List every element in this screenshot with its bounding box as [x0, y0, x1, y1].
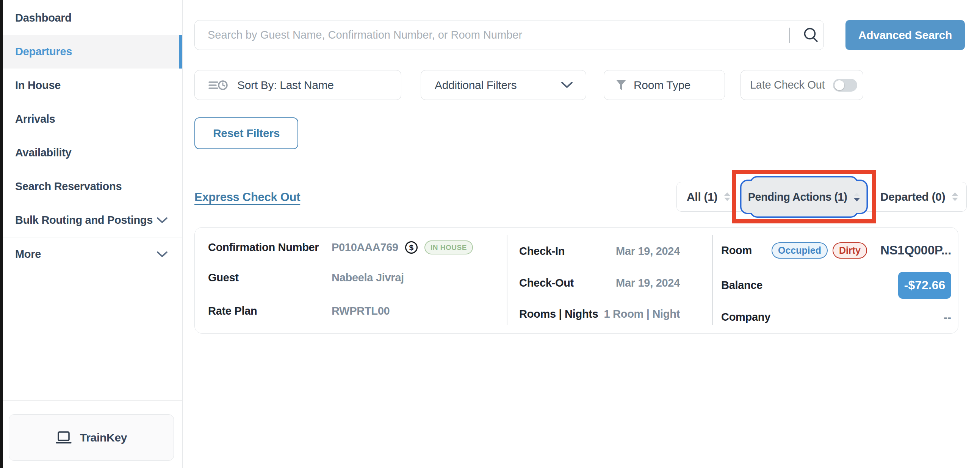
- dropdown-caret-icon: [854, 193, 860, 201]
- guest-name: Nabeela Jivraj: [332, 271, 404, 284]
- sidebar-item-departures[interactable]: Departures: [3, 35, 182, 68]
- guest-label: Guest: [208, 271, 332, 284]
- laptop-icon: [56, 431, 72, 444]
- tab-all-label: All (1): [687, 190, 718, 203]
- app-window: Dashboard Departures In House Arrivals A…: [3, 0, 980, 468]
- room-label: Room: [721, 244, 772, 257]
- sidebar-item-search-reservations[interactable]: Search Reservations: [3, 170, 182, 203]
- sidebar: Dashboard Departures In House Arrivals A…: [3, 0, 183, 468]
- dirty-badge: Dirty: [833, 242, 867, 259]
- trainkey-label: TrainKey: [80, 431, 127, 444]
- search-icon: [802, 27, 820, 44]
- room-number: NS1Q000P...: [880, 243, 951, 257]
- sidebar-item-label: Search Reservations: [15, 180, 122, 193]
- advanced-search-button[interactable]: Advanced Search: [845, 20, 965, 50]
- confirmation-number-value: P010AAA769: [332, 241, 398, 254]
- search-input[interactable]: [195, 29, 789, 41]
- sort-by-time-icon: [208, 79, 228, 91]
- sidebar-item-in-house[interactable]: In House: [3, 68, 182, 102]
- sort-arrows-icon: [952, 192, 958, 201]
- check-out-label: Check-Out: [519, 277, 574, 289]
- tab-departed-label: Departed (0): [880, 190, 945, 203]
- card-column-divider: [712, 235, 713, 325]
- sidebar-item-label: Availability: [15, 146, 71, 159]
- check-in-date: Mar 19, 2024: [616, 245, 680, 257]
- rate-plan-label: Rate Plan: [208, 305, 332, 317]
- tab-all[interactable]: All (1): [687, 182, 730, 211]
- sidebar-item-label: In House: [15, 79, 60, 92]
- additional-filters-label: Additional Filters: [435, 79, 517, 92]
- reservation-card[interactable]: Confirmation Number P010AAA769 $ IN HOUS…: [194, 227, 958, 333]
- room-type-button[interactable]: Room Type: [604, 70, 725, 100]
- express-check-out-link[interactable]: Express Check Out: [194, 190, 300, 204]
- sidebar-item-arrivals[interactable]: Arrivals: [3, 102, 182, 136]
- filter-funnel-icon: [616, 79, 627, 91]
- late-check-out-filter: Late Check Out: [740, 70, 863, 100]
- tab-pending-label: Pending Actions (1): [748, 191, 847, 203]
- company-label: Company: [721, 311, 770, 324]
- search-divider: [789, 28, 790, 43]
- chevron-down-icon: [156, 251, 168, 258]
- sort-by-label: Sort By: Last Name: [237, 79, 334, 92]
- rooms-nights-value: 1 Room | Night: [604, 308, 680, 320]
- in-house-status-badge: IN HOUSE: [425, 240, 473, 254]
- late-check-out-label: Late Check Out: [750, 79, 825, 91]
- sidebar-nav: Dashboard Departures In House Arrivals A…: [3, 0, 182, 271]
- toggle-knob: [834, 80, 844, 90]
- check-out-date: Mar 19, 2024: [616, 277, 680, 289]
- company-value: --: [943, 311, 951, 324]
- chevron-down-icon: [156, 217, 168, 224]
- sidebar-item-label: Departures: [15, 46, 72, 58]
- sidebar-item-more[interactable]: More: [3, 237, 182, 271]
- balance-label: Balance: [721, 279, 762, 292]
- late-check-out-toggle[interactable]: [833, 79, 857, 92]
- rooms-nights-label: Rooms | Nights: [519, 308, 598, 320]
- trainkey-button[interactable]: TrainKey: [9, 414, 174, 461]
- check-in-label: Check-In: [519, 245, 565, 257]
- sort-arrows-icon: [724, 192, 730, 201]
- search-button[interactable]: [799, 22, 824, 49]
- sidebar-item-label: Arrivals: [15, 113, 55, 125]
- sidebar-item-dashboard[interactable]: Dashboard: [3, 1, 182, 35]
- sidebar-item-label: Dashboard: [15, 12, 72, 24]
- sidebar-divider: [3, 400, 182, 401]
- chevron-down-icon: [561, 81, 573, 89]
- reset-filters-button[interactable]: Reset Filters: [194, 117, 298, 149]
- card-column-divider: [507, 235, 508, 325]
- tab-departed[interactable]: Departed (0): [880, 182, 958, 211]
- payment-dollar-icon: $: [405, 241, 418, 254]
- search-bar: [194, 20, 824, 50]
- sidebar-item-label: Bulk Routing and Postings: [15, 214, 153, 227]
- confirmation-number-label: Confirmation Number: [208, 241, 332, 254]
- balance-chip[interactable]: -$72.66: [898, 272, 951, 299]
- tab-pending-actions[interactable]: Pending Actions (1): [740, 176, 868, 218]
- occupied-badge: Occupied: [772, 242, 828, 259]
- additional-filters-dropdown[interactable]: Additional Filters: [421, 70, 586, 100]
- sidebar-item-bulk-routing[interactable]: Bulk Routing and Postings: [3, 203, 182, 237]
- room-type-label: Room Type: [634, 79, 690, 92]
- rate-plan-value: RWPRTL00: [332, 305, 390, 317]
- sort-by-button[interactable]: Sort By: Last Name: [194, 70, 401, 100]
- sidebar-item-availability[interactable]: Availability: [3, 136, 182, 170]
- sidebar-item-label: More: [15, 248, 41, 260]
